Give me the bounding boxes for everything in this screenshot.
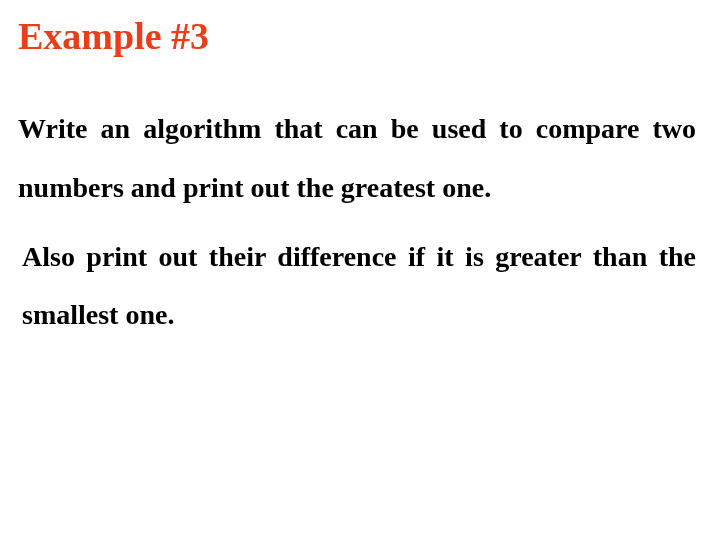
problem-statement-1: Write an algorithm that can be used to c… — [18, 100, 702, 218]
problem-statement-2: Also print out their difference if it is… — [18, 228, 702, 346]
slide-heading: Example #3 — [18, 14, 702, 58]
